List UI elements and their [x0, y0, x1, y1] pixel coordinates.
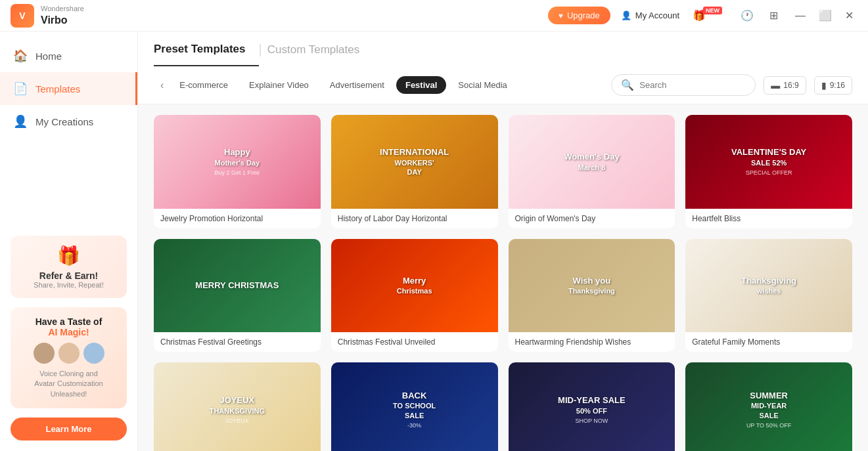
- title-bar: V Wondershare Virbo ♥ Upgrade 👤 My Accou…: [0, 0, 868, 32]
- sidebar-item-my-creations[interactable]: 👤 My Creations: [0, 105, 137, 138]
- grid-icon-button[interactable]: ⊞: [767, 7, 781, 24]
- template-name: Christmas Festival Greetings: [154, 332, 321, 352]
- template-thumb: MERRY CHRISTMAS: [154, 239, 321, 333]
- thumb-content: SUMMERMID-YEARSALE UP TO 50% OFF: [685, 362, 852, 451]
- ratio-916-button[interactable]: ▮ 9:16: [814, 76, 852, 95]
- ratio-916-icon: ▮: [821, 80, 827, 91]
- thumb-content: MERRY CHRISTMAS: [154, 239, 321, 333]
- template-name: Jewelry Promotion Horizontal: [154, 209, 321, 228]
- learn-more-button[interactable]: Learn More: [11, 418, 127, 440]
- thumb-content: HappyMother's Day Buy 2 Get 1 Free: [154, 115, 321, 209]
- templates-icon: 📄: [13, 81, 28, 96]
- template-thumb: Thanksgivingwishes: [685, 239, 852, 333]
- cat-explainer[interactable]: Explainer Video: [240, 76, 318, 94]
- filter-left: ‹ E-commerce Explainer Video Advertiseme…: [154, 76, 516, 94]
- search-input[interactable]: [639, 80, 750, 90]
- cat-social[interactable]: Social Media: [449, 76, 516, 94]
- thumb-content: Wish youThanksgiving: [509, 239, 675, 333]
- filter-bar: ‹ E-commerce Explainer Video Advertiseme…: [154, 66, 852, 104]
- template-card-christmas-greetings[interactable]: MERRY CHRISTMAS Christmas Festival Greet…: [154, 239, 321, 353]
- account-icon: 👤: [621, 11, 631, 20]
- upgrade-label: Upgrade: [567, 11, 600, 20]
- template-thumb: MID-YEAR SALE50% OFF SHOP NOW: [509, 362, 675, 451]
- tab-separator: |: [259, 42, 262, 57]
- content-header: Preset Templates | Custom Templates ‹ E-…: [138, 32, 868, 104]
- ai-magic-avatars: [20, 343, 118, 364]
- thumb-content: BACKTO SCHOOLSALE -30%: [331, 362, 498, 451]
- tab-preset-templates[interactable]: Preset Templates: [154, 43, 259, 66]
- refer-earn-title: Refer & Earn!: [20, 270, 118, 281]
- sidebar-item-home[interactable]: 🏠 Home: [0, 39, 137, 72]
- sidebar-label-templates: Templates: [35, 83, 80, 95]
- template-thumb: MerryChristmas: [331, 239, 498, 333]
- thumb-content: VALENTINE'S DAYSALE 52% SPECIAL OFFER: [685, 115, 852, 209]
- template-thumb: SUMMERMID-YEARSALE UP TO 50% OFF: [685, 362, 852, 451]
- ai-magic-card: Have a Taste of AI Magic! Voice Cloning …: [11, 307, 127, 408]
- refer-earn-card[interactable]: 🎁 Refer & Earn! Share, Invite, Repeat!: [11, 236, 127, 298]
- template-card-womens-day[interactable]: Women's DayMarch 8 Origin of Women's Day: [509, 115, 675, 228]
- ai-magic-prefix: Have a Taste of: [35, 316, 103, 327]
- filter-categories: E-commerce Explainer Video Advertisement…: [170, 76, 516, 94]
- tab-custom-templates[interactable]: Custom Templates: [267, 43, 373, 66]
- template-thumb: Wish youThanksgiving: [509, 239, 675, 333]
- account-label: My Account: [635, 11, 679, 20]
- filter-right: 🔍 ▬ 16:9 ▮ 9:16: [611, 74, 852, 96]
- template-card-mid-year-sale-1[interactable]: MID-YEAR SALE50% OFF SHOP NOW Mid-Year S…: [509, 362, 675, 451]
- history-icon-button[interactable]: 🕐: [738, 7, 756, 24]
- cat-advertisement[interactable]: Advertisement: [321, 76, 394, 94]
- filter-prev-button[interactable]: ‹: [154, 77, 170, 94]
- search-box: 🔍: [611, 74, 756, 96]
- template-card-mid-year-sale-2[interactable]: SUMMERMID-YEARSALE UP TO 50% OFF Summer …: [685, 362, 852, 451]
- template-card-labor-day[interactable]: INTERNATIONALWORKERS'DAY History of Labo…: [331, 115, 498, 228]
- home-icon: 🏠: [13, 49, 28, 63]
- close-button[interactable]: ✕: [841, 8, 857, 23]
- app-logo-icon: V: [11, 4, 34, 28]
- refer-gift-icon: 🎁: [20, 245, 118, 267]
- refer-earn-subtitle: Share, Invite, Repeat!: [20, 281, 118, 289]
- cat-ecommerce[interactable]: E-commerce: [170, 76, 237, 94]
- my-creations-icon: 👤: [13, 114, 28, 129]
- ratio-169-icon: ▬: [771, 80, 780, 91]
- template-name: Heartwarming Friendship Wishes: [509, 332, 675, 352]
- ratio-916-label: 9:16: [830, 81, 845, 90]
- template-thumb: VALENTINE'S DAYSALE 52% SPECIAL OFFER: [685, 115, 852, 209]
- avatar-3: [83, 343, 104, 364]
- content-area: Preset Templates | Custom Templates ‹ E-…: [138, 32, 868, 451]
- template-card-valentines[interactable]: VALENTINE'S DAYSALE 52% SPECIAL OFFER He…: [685, 115, 852, 228]
- template-card-back-to-school[interactable]: BACKTO SCHOOLSALE -30% Back to School Sa…: [331, 362, 498, 451]
- template-card-jewelry-mothers-day[interactable]: HappyMother's Day Buy 2 Get 1 Free Jewel…: [154, 115, 321, 228]
- template-tabs: Preset Templates | Custom Templates: [154, 32, 852, 66]
- template-name: Origin of Women's Day: [509, 209, 675, 228]
- ratio-169-button[interactable]: ▬ 16:9: [764, 76, 806, 95]
- ai-magic-subtitle: Voice Cloning andAvatar Customization Un…: [20, 369, 118, 399]
- avatar-2: [58, 343, 80, 364]
- template-card-joyeux-thanksgiving[interactable]: JOYEUXTHANKSGIVING JOYEUX Joyeux Thanksg…: [154, 362, 321, 451]
- template-card-thanksgiving-wishes[interactable]: Wish youThanksgiving Heartwarming Friend…: [509, 239, 675, 353]
- template-card-grateful-family[interactable]: Thanksgivingwishes Grateful Family Momen…: [685, 239, 852, 353]
- cat-festival[interactable]: Festival: [396, 76, 446, 94]
- upgrade-button[interactable]: ♥ Upgrade: [548, 7, 610, 24]
- title-bar-right: ♥ Upgrade 👤 My Account 🎁 NEW 🕐 ⊞ — ⬜ ✕: [548, 7, 857, 24]
- template-thumb: HappyMother's Day Buy 2 Get 1 Free: [154, 115, 321, 209]
- thumb-content: JOYEUXTHANKSGIVING JOYEUX: [154, 362, 321, 451]
- thumb-content: INTERNATIONALWORKERS'DAY: [331, 115, 498, 209]
- ratio-169-label: 16:9: [783, 81, 798, 90]
- new-feature-icon-area: 🎁 NEW: [690, 7, 727, 24]
- sidebar: 🏠 Home 📄 Templates 👤 My Creations 🎁 Refe…: [0, 32, 138, 451]
- templates-grid-wrapper: HappyMother's Day Buy 2 Get 1 Free Jewel…: [138, 104, 868, 451]
- ai-magic-highlight: AI Magic!: [48, 327, 89, 337]
- sidebar-nav: 🏠 Home 📄 Templates 👤 My Creations: [0, 32, 137, 225]
- logo-brand: Wondershare: [41, 5, 84, 13]
- template-card-christmas-unveiled[interactable]: MerryChristmas Christmas Festival Unveil…: [331, 239, 498, 353]
- template-name: Christmas Festival Unveiled: [331, 332, 498, 352]
- new-badge: NEW: [703, 7, 722, 14]
- account-button[interactable]: 👤 My Account: [621, 11, 679, 20]
- sidebar-item-templates[interactable]: 📄 Templates: [0, 72, 137, 105]
- thumb-content: MID-YEAR SALE50% OFF SHOP NOW: [509, 362, 675, 451]
- logo-area: V Wondershare Virbo: [11, 4, 84, 28]
- template-name: Heartfelt Bliss: [685, 209, 852, 228]
- minimize-button[interactable]: —: [791, 8, 810, 23]
- thumb-content: Women's DayMarch 8: [509, 115, 675, 209]
- maximize-button[interactable]: ⬜: [815, 8, 836, 23]
- avatar-1: [34, 343, 55, 364]
